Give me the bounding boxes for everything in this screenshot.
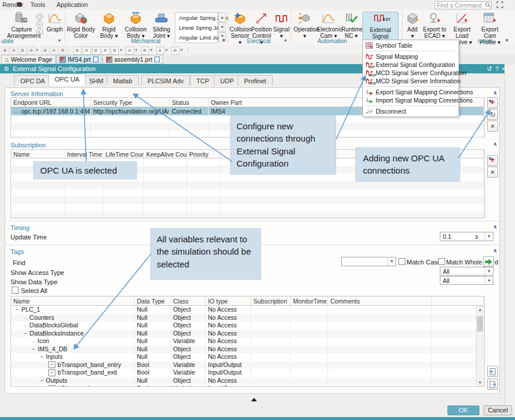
column-header[interactable]: Name: [11, 150, 65, 158]
tag-checkbox[interactable]: ✓: [48, 369, 55, 376]
quick-tool-icon[interactable]: [41, 47, 50, 55]
find-input[interactable]: ▼: [341, 257, 396, 266]
tree-expander-icon[interactable]: −: [24, 330, 27, 338]
show-access-type-select[interactable]: All▼: [440, 267, 493, 276]
tag-row-plc_1[interactable]: −PLC_1NullObjectNo Access: [11, 306, 484, 314]
view-tool-icon[interactable]: [83, 47, 91, 55]
chevron-down-icon[interactable]: ▼: [485, 267, 493, 275]
delete-connection-button[interactable]: ×: [487, 121, 498, 132]
scrollbar-thumb[interactable]: [477, 316, 483, 331]
tag-checkbox[interactable]: ✓: [48, 361, 55, 368]
ok-button[interactable]: OK: [447, 405, 479, 415]
rigid-body-button[interactable]: Rigid Body ▾: [97, 12, 121, 39]
column-header[interactable]: MonitorTime: [291, 297, 328, 306]
empty-row[interactable]: [11, 204, 484, 211]
group-dropdown-mechanical[interactable]: ▼: [221, 38, 226, 43]
tags-scrollbar[interactable]: ▲ ▼: [476, 306, 484, 386]
dialog-tab-matlab[interactable]: Matlab: [107, 75, 139, 86]
chevron-down-icon[interactable]: ▾: [165, 48, 168, 52]
menu-item-import-signal-mapping-connections[interactable]: Import Signal Mapping Connections: [363, 96, 458, 104]
add-button[interactable]: Add▾: [404, 12, 421, 39]
empty-row[interactable]: [11, 181, 484, 189]
menu-item-mcd-signal-server-configuration[interactable]: MCDMCD Signal Server Configuration: [363, 69, 458, 77]
tag-row-bstopper_down[interactable]: bStopper_downBoolVariableInput/Output: [11, 384, 484, 387]
tag-row-btransport_band_exit[interactable]: ✓bTransport_band_exitBoolVariableInput/O…: [11, 369, 484, 377]
dialog-tab-profinet[interactable]: Profinet: [238, 75, 273, 86]
player-controls[interactable]: [36, 13, 43, 36]
view-tool-icon[interactable]: [156, 47, 164, 55]
cancel-button[interactable]: Cancel: [484, 405, 512, 415]
view-tool-icon[interactable]: [92, 47, 100, 55]
dialog-tab-opc-da[interactable]: OPC DA: [14, 75, 51, 86]
quick-tool-icon[interactable]: [19, 47, 27, 55]
view-tool-icon[interactable]: [141, 47, 149, 55]
group-dropdown-electrical[interactable]: ▾: [284, 38, 287, 43]
quick-tool-icon[interactable]: [50, 47, 58, 55]
column-header[interactable]: IO type: [206, 297, 251, 306]
empty-row[interactable]: [11, 196, 484, 204]
clipboard-export-button[interactable]: [487, 379, 498, 390]
export-to-ecad-button[interactable]: Export to ECAD ▾: [422, 12, 447, 39]
collapse-server-information-icon[interactable]: ∧: [492, 90, 499, 96]
dialog-tab-shm[interactable]: SHM: [83, 75, 110, 86]
column-header[interactable]: LifeTime Count: [103, 150, 144, 158]
view-tool-icon[interactable]: [111, 47, 119, 55]
refresh-connection-button[interactable]: ↻: [487, 109, 498, 120]
tag-row-icon[interactable]: –IconNullVariableNo Access: [11, 337, 484, 345]
chevron-down-icon[interactable]: ▾: [120, 48, 122, 52]
find-command-input[interactable]: Find a Command: [435, 1, 492, 9]
empty-row[interactable]: [11, 211, 484, 218]
show-data-type-select[interactable]: All▼: [440, 276, 493, 285]
group-dropdown-simulate[interactable]: ▾: [58, 38, 61, 43]
signal-button[interactable]: Signal▾: [273, 12, 290, 39]
chevron-down-icon[interactable]: ▼: [485, 232, 493, 241]
clipboard-import-button[interactable]: [487, 366, 498, 377]
runtime-nc-button[interactable]: Runtime NC ▾: [341, 12, 361, 39]
column-header[interactable]: Endpoint URL: [11, 98, 91, 107]
empty-row[interactable]: [11, 189, 484, 196]
dialog-collapse-icon[interactable]: [251, 398, 257, 401]
collision-body-button[interactable]: Collision Body ▾: [122, 12, 149, 39]
tab-ims4-prt[interactable]: IMS4.prt ×: [56, 55, 108, 64]
dialog-tab-udp[interactable]: UDP: [214, 75, 240, 86]
tag-row-datablocksglobal[interactable]: –DataBlocksGlobalNullObjectNo Access: [11, 322, 484, 330]
tag-row-counters[interactable]: –CountersNullObjectNo Access: [11, 314, 484, 322]
angular-spring-joint-item[interactable]: Angular Spring Joint: [175, 13, 217, 23]
quick-tool-icon[interactable]: [1, 47, 9, 55]
column-header[interactable]: KeepAlive Count: [144, 150, 187, 158]
menu-item-mcd-signal-server-information[interactable]: MCDMCD Signal Server Information: [363, 77, 458, 85]
chevron-down-icon[interactable]: ▾: [135, 48, 137, 52]
group-dropdown-collaboration[interactable]: ▼: [505, 38, 509, 43]
tag-row-btransport_band_entry[interactable]: ✓bTransport_band_entryBoolVariableInput/…: [11, 361, 484, 369]
view-tool-icon[interactable]: [101, 47, 110, 55]
update-time-input[interactable]: 0.1 s ▼: [440, 232, 493, 241]
delete-subscription-button[interactable]: ×: [487, 167, 498, 178]
collapse-tags-icon[interactable]: ∧: [492, 248, 499, 253]
column-header[interactable]: Class: [171, 297, 206, 306]
select-all-checkbox[interactable]: [12, 287, 19, 294]
chevron-down-icon[interactable]: ▼: [485, 277, 493, 284]
column-header[interactable]: Subscription: [251, 297, 291, 306]
add-subscription-button[interactable]: +: [487, 155, 498, 166]
column-header[interactable]: Name: [11, 297, 135, 306]
tree-expander-icon[interactable]: −: [40, 377, 44, 385]
column-header[interactable]: Data Type: [135, 297, 171, 306]
dialog-tab-opc-ua[interactable]: OPC UA: [48, 73, 86, 86]
match-whole-word-checkbox[interactable]: [438, 258, 445, 265]
tag-row-datablocksinstance[interactable]: −DataBlocksInstanceNullObjectNo Access: [11, 330, 484, 338]
tag-row-ims_4_db[interactable]: −IMS_4_DBNullObjectNo Access: [11, 345, 484, 354]
chevron-down-icon[interactable]: ▾: [36, 48, 38, 52]
sliding-joint-button[interactable]: Sliding Joint ▾: [149, 12, 174, 39]
tree-expander-icon[interactable]: −: [16, 306, 19, 314]
column-header[interactable]: Sercurity Type: [91, 98, 170, 107]
column-header[interactable]: Priority: [187, 150, 221, 158]
tag-row-inputs[interactable]: −InputsNullObjectNo Access: [11, 353, 484, 361]
update-time-unit[interactable]: s: [468, 233, 485, 240]
view-tool-icon[interactable]: [126, 47, 134, 55]
column-header[interactable]: Status: [170, 98, 209, 107]
quick-tool-icon[interactable]: [10, 47, 18, 55]
menu-item-signal-mapping[interactable]: Signal Mapping: [363, 52, 458, 61]
menu-item-disconnect[interactable]: Disconnect: [363, 107, 458, 115]
menu-item-external-signal-configuration[interactable]: EXTExternal Signal Configuration: [363, 61, 458, 69]
dialog-reset-icon[interactable]: ↺: [486, 64, 493, 73]
